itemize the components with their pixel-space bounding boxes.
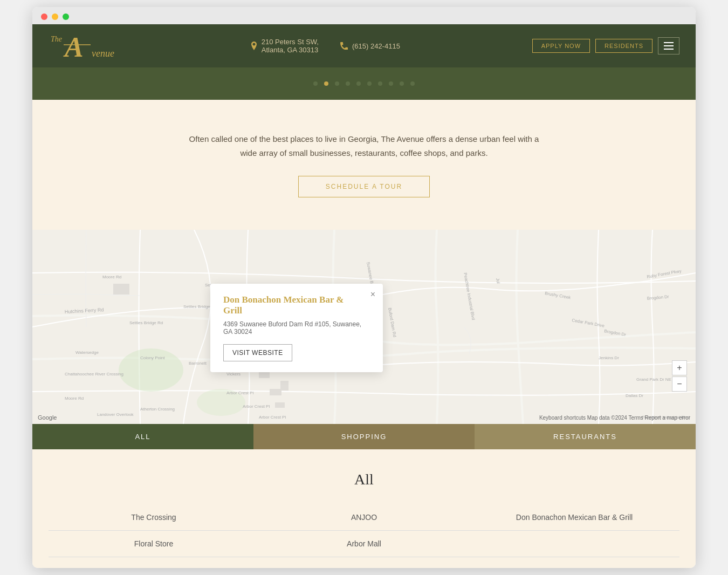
map-controls: + − [672, 360, 687, 392]
address-text: 210 Peters St SW, Atlanta, GA 30313 [262, 38, 319, 54]
nav-address: 210 Peters St SW, Atlanta, GA 30313 [251, 38, 319, 54]
list-item[interactable] [469, 531, 679, 557]
svg-text:Jenkins Dr: Jenkins Dr [599, 355, 619, 360]
nav-phone[interactable]: (615) 242-4115 [340, 42, 400, 50]
popup-address: 4369 Suwanee Buford Dam Rd #105, Suwanee… [223, 320, 370, 336]
zoom-in-button[interactable]: + [672, 360, 687, 375]
svg-text:Moore Rd: Moore Rd [102, 275, 121, 279]
listings-grid: The Crossing ANJOO Don Bonachon Mexican … [49, 504, 679, 557]
location-icon [251, 42, 257, 50]
intro-text: Often called one of the best places to l… [189, 132, 539, 160]
navbar: The A venue 210 Peters St SW, Atlanta, G… [32, 24, 696, 67]
svg-text:Colony Point: Colony Point [140, 355, 165, 360]
svg-text:A: A [63, 32, 84, 62]
residents-button[interactable]: RESIDENTS [595, 39, 653, 53]
nav-right: APPLY NOW RESIDENTS [532, 37, 679, 54]
map-section: Hutchins Ferry Rd Moore Rd Settles Bridg… [32, 230, 696, 424]
svg-text:Jul: Jul [495, 278, 501, 284]
svg-text:Arbor Crest Pl: Arbor Crest Pl [226, 391, 253, 395]
svg-text:Settles Bridge Rd: Settles Bridge Rd [129, 320, 163, 325]
svg-rect-7 [113, 284, 129, 295]
nav-center: 210 Peters St SW, Atlanta, GA 30313 (615… [251, 38, 400, 54]
carousel-dot[interactable] [324, 81, 328, 86]
svg-text:Chattahoochee River Crossing: Chattahoochee River Crossing [65, 372, 123, 377]
phone-icon [340, 42, 348, 50]
schedule-tour-button[interactable]: SCHEDULE A TOUR [298, 176, 430, 197]
svg-text:Vickers: Vickers [226, 372, 241, 377]
listings-title: All [49, 471, 679, 488]
hamburger-menu-button[interactable] [658, 37, 679, 54]
google-logo: Google [38, 414, 57, 421]
hamburger-line-2 [664, 45, 674, 46]
close-dot[interactable] [41, 13, 47, 20]
visit-website-button[interactable]: VISIT WEBSITE [223, 344, 292, 361]
carousel-dot[interactable] [356, 81, 361, 86]
browser-chrome [32, 7, 696, 24]
svg-rect-12 [280, 381, 289, 391]
list-item[interactable]: Arbor Mall [259, 531, 469, 557]
svg-text:The: The [51, 35, 62, 43]
hero-banner [32, 67, 696, 100]
svg-text:Landover Overlook: Landover Overlook [97, 412, 134, 417]
list-item[interactable]: Don Bonachon Mexican Bar & Grill [469, 504, 679, 531]
zoom-out-button[interactable]: − [672, 377, 687, 392]
popup-close-button[interactable]: × [370, 290, 375, 299]
carousel-dots [313, 81, 415, 86]
tab-restaurants[interactable]: RESTAURANTS [475, 424, 696, 449]
maximize-dot[interactable] [63, 13, 69, 20]
svg-text:Moore Rd: Moore Rd [65, 396, 84, 401]
minimize-dot[interactable] [52, 13, 58, 20]
hamburger-line-3 [664, 49, 674, 50]
logo[interactable]: The A venue [49, 30, 119, 62]
svg-text:venue: venue [92, 48, 114, 59]
map-popup: × Don Bonachon Mexican Bar & Grill 4369 … [210, 284, 383, 372]
svg-rect-11 [275, 402, 285, 408]
list-item[interactable]: The Crossing [49, 504, 259, 531]
carousel-dot[interactable] [389, 81, 393, 86]
apply-now-button[interactable]: APPLY NOW [532, 39, 590, 53]
tab-shopping[interactable]: SHOPPING [253, 424, 475, 449]
carousel-dot[interactable] [410, 81, 415, 86]
svg-text:Grand Park Dr NE: Grand Park Dr NE [636, 377, 671, 382]
svg-text:Atherton Crossing: Atherton Crossing [140, 407, 175, 412]
svg-text:Arbor Crest Pl: Arbor Crest Pl [259, 415, 286, 420]
carousel-dot[interactable] [346, 81, 350, 86]
carousel-dot[interactable] [313, 81, 318, 86]
tab-all[interactable]: ALL [32, 424, 253, 449]
carousel-dot[interactable] [367, 81, 372, 86]
listings-section: All The Crossing ANJOO Don Bonachon Mexi… [32, 449, 696, 568]
category-tabs: ALL SHOPPING RESTAURANTS [32, 424, 696, 449]
svg-rect-10 [270, 389, 281, 395]
svg-text:Arbor Crest Pl: Arbor Crest Pl [243, 404, 270, 409]
svg-text:Watersedge: Watersedge [75, 350, 99, 355]
map-attribution: Keyboard shortcuts Map data ©2024 Terms … [539, 415, 690, 421]
svg-text:Dallas Dr: Dallas Dr [626, 393, 643, 398]
svg-text:Barronett: Barronett [189, 361, 207, 366]
browser-window: The A venue 210 Peters St SW, Atlanta, G… [32, 7, 696, 568]
carousel-dot[interactable] [378, 81, 382, 86]
list-item[interactable]: Floral Store [49, 531, 259, 557]
intro-section: Often called one of the best places to l… [32, 100, 696, 230]
list-item[interactable]: ANJOO [259, 504, 469, 531]
carousel-dot[interactable] [400, 81, 404, 86]
svg-point-5 [119, 348, 183, 392]
popup-title: Don Bonachon Mexican Bar & Grill [223, 295, 370, 316]
hamburger-line-1 [664, 42, 674, 43]
carousel-dot[interactable] [335, 81, 339, 86]
